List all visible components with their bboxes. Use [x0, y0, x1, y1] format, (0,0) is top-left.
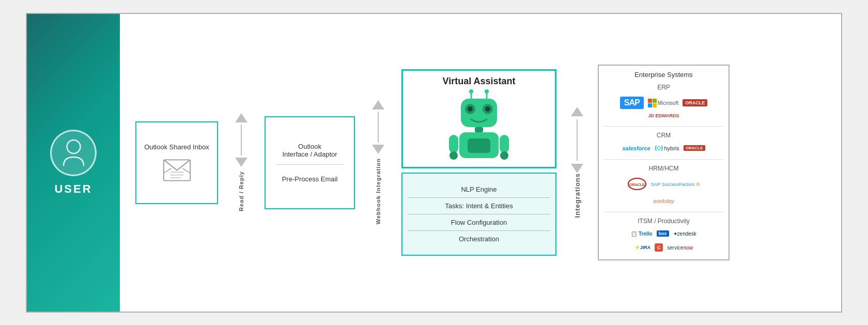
svg-text:ORACLE: ORACLE	[629, 183, 645, 187]
svg-rect-16	[468, 138, 490, 153]
itsm-logos-row2: ⚡JIRA C servicenow	[604, 243, 723, 252]
diagram-container: USER Outlook Shared Inbox	[26, 13, 842, 313]
read-reply-arrow: Read / Reply	[218, 113, 265, 211]
hrm-logos: ORACLE SAP SuccessFactors ⚙	[604, 178, 723, 191]
user-sidebar: USER	[27, 14, 120, 312]
svg-rect-17	[449, 135, 458, 153]
trello-logo: 📋 Trello	[631, 231, 652, 237]
arrow-up	[235, 113, 247, 122]
preprocess-label: Pre-Process Email	[282, 175, 338, 183]
integrations-arrow-down	[571, 164, 583, 173]
user-label: USER	[54, 182, 92, 196]
itsm-logos-row1: 📋 Trello box ✦zendesk	[604, 230, 723, 237]
virtual-assistant-box: Virtual Assistant	[401, 69, 556, 168]
workday-logo: workday	[653, 198, 674, 204]
c-logo: C	[655, 243, 663, 252]
outlook-inbox-box: Outlook Shared Inbox	[135, 121, 218, 204]
robot-icon	[448, 89, 510, 162]
enterprise-systems-box: Enterprise Systems ERP SAP Microsoft ORA…	[598, 65, 730, 260]
nlp-flow-config: Flow Configuration	[408, 214, 550, 231]
user-avatar	[50, 130, 97, 176]
hybris-logo: {◇} hybris	[655, 145, 679, 151]
microsoft-logo: Microsoft	[648, 99, 679, 107]
webhook-arrow: Webhook Integration	[355, 100, 401, 224]
nlp-engine: NLP Engine	[408, 181, 550, 198]
sap-successfactors-logo: SAP SuccessFactors ⚙	[651, 182, 700, 187]
oracle-hcm-logo: ORACLE	[627, 178, 647, 191]
svg-point-19	[450, 151, 458, 160]
erp-label: ERP	[604, 84, 723, 91]
svg-point-13	[485, 106, 490, 112]
svg-rect-9	[461, 99, 497, 127]
oracle-crm-logo: ORACLE	[684, 145, 705, 151]
svg-point-0	[67, 140, 80, 153]
crm-label: CRM	[604, 132, 723, 139]
webhook-arrow-updown	[372, 100, 384, 154]
svg-point-20	[500, 151, 508, 160]
erp-divider	[604, 126, 723, 127]
nlp-orchestration: Orchestration	[408, 231, 550, 247]
enterprise-title: Enterprise Systems	[604, 71, 723, 79]
hrm-divider	[604, 212, 723, 212]
sap-logo: SAP	[620, 97, 644, 109]
webhook-arrow-up	[372, 100, 384, 110]
crm-logos: salesforce {◇} hybris ORACLE	[604, 145, 723, 151]
arrow-line	[241, 125, 242, 156]
adaptor-label: Outlook Interface / Adaptor	[276, 143, 344, 165]
zendesk-logo: ✦zendesk	[673, 231, 696, 237]
webhook-label: Webhook Integration	[375, 158, 381, 224]
hrm-label: HRM/HCM	[604, 165, 723, 172]
jde-logo: JD EDWARDS	[648, 113, 679, 118]
box-logo: box	[657, 230, 669, 237]
webhook-arrow-down	[372, 145, 384, 154]
svg-point-8	[485, 89, 489, 94]
outlook-inbox-label: Outlook Shared Inbox	[144, 143, 209, 151]
webhook-arrow-line	[378, 112, 379, 143]
integrations-arrow: Integrations	[556, 107, 598, 218]
servicenow-logo: servicenow	[667, 245, 693, 251]
main-content: Outlook Shared Inbox Read / Reply	[120, 14, 841, 312]
salesforce-logo: salesforce	[622, 145, 650, 151]
user-person-icon	[59, 137, 88, 168]
integrations-label: Integrations	[574, 173, 581, 218]
erp-logos: SAP Microsoft ORACLE JD EDWARDS	[604, 97, 723, 118]
jira-logo: ⚡JIRA	[634, 245, 651, 250]
integrations-arrow-line	[577, 119, 578, 161]
adaptor-box: Outlook Interface / Adaptor Pre-Process …	[265, 116, 355, 209]
svg-point-6	[469, 89, 473, 94]
read-reply-label: Read / Reply	[238, 171, 244, 211]
crm-divider	[604, 159, 723, 160]
itsm-label: ITSM / Productivity	[604, 218, 723, 225]
nlp-tasks: Tasks: Intent & Entities	[408, 198, 550, 214]
virtual-assistant-title: Virtual Assistant	[442, 76, 515, 87]
svg-point-12	[468, 106, 473, 112]
workday-logo-row: workday	[604, 198, 723, 204]
arrow-up-down	[235, 113, 247, 167]
svg-rect-18	[500, 135, 509, 153]
arrow-down	[235, 158, 247, 167]
nlp-box: NLP Engine Tasks: Intent & Entities Flow…	[401, 173, 556, 256]
svg-rect-14	[475, 127, 483, 132]
email-icon	[163, 159, 191, 182]
virtual-assistant-section: Virtual Assistant	[401, 69, 556, 256]
oracle-erp-logo: ORACLE	[683, 99, 707, 106]
integrations-arrow-up	[571, 107, 583, 116]
